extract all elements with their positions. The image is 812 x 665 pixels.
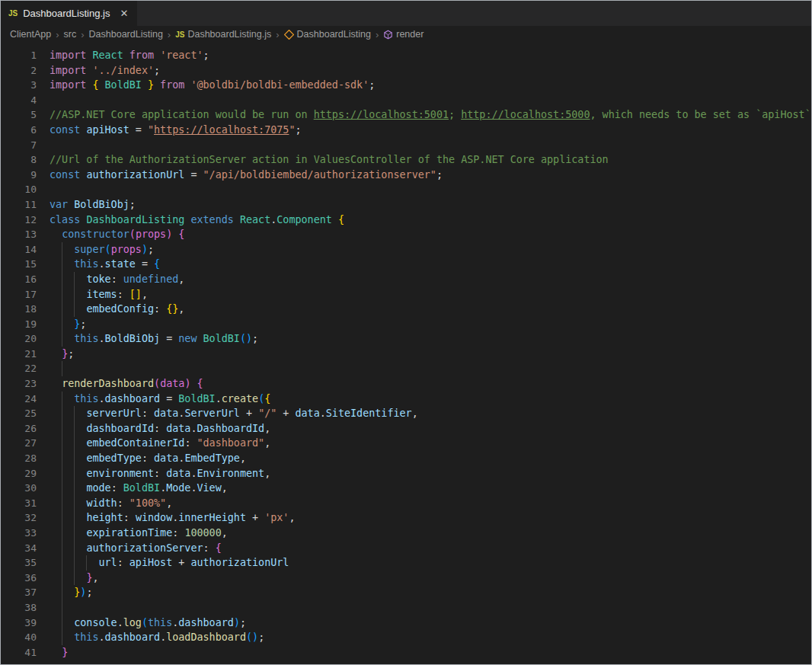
code-line[interactable]: 35 url: apiHost + authorizationUrl [1,555,811,571]
code-line[interactable]: 18 embedConfig: {}, [1,302,811,317]
line-number[interactable]: 13 [1,227,37,242]
code-line[interactable]: 40 this.dashboard.loadDashboard(); [1,630,811,645]
line-number[interactable]: 21 [1,347,37,362]
line-number[interactable]: 20 [1,331,37,347]
code-token: dashboard [178,617,234,628]
line-number[interactable]: 24 [1,392,37,407]
line-number[interactable]: 12 [1,213,37,228]
line-number[interactable]: 14 [1,242,37,257]
code-line[interactable]: 16 toke: undefined, [1,272,811,287]
line-number[interactable]: 5 [1,107,37,123]
code-line[interactable]: 21 }; [1,347,811,362]
code-line[interactable]: 23 renderDashboard(data) { [1,376,811,392]
line-number[interactable]: 25 [1,406,37,421]
line-number[interactable]: 3 [1,78,37,93]
code-line[interactable]: 37 }); [1,585,811,600]
code-line[interactable]: 15 this.state = { [1,257,811,272]
code-line[interactable]: 6const apiHost = "https://localhost:7075… [1,123,811,138]
code-line[interactable]: 4 [1,93,811,108]
line-number[interactable]: 37 [1,585,37,600]
line-number[interactable]: 6 [1,123,37,138]
line-number[interactable]: 26 [1,421,37,436]
line-number[interactable]: 29 [1,466,37,481]
code-line[interactable]: 22 [1,361,811,376]
line-number[interactable]: 17 [1,287,37,302]
line-number[interactable]: 23 [1,376,37,392]
line-number[interactable]: 40 [1,630,37,645]
breadcrumb-item-src[interactable]: src [64,29,77,40]
code-line[interactable]: 1import React from 'react'; [1,48,811,63]
code-line[interactable]: 2import '../index'; [1,63,811,78]
line-number[interactable]: 15 [1,257,37,272]
code-line[interactable]: 36 }, [1,571,811,586]
line-number[interactable]: 41 [1,645,37,660]
line-number[interactable]: 28 [1,451,37,466]
code-line[interactable]: 9const authorizationUrl = "/api/boldbiem… [1,168,811,183]
breadcrumb-item-clientapp[interactable]: ClientApp [10,29,51,40]
line-number[interactable]: 7 [1,138,37,153]
code-line[interactable]: 41 } [1,645,811,660]
code-line[interactable]: 3import { BoldBI } from '@boldbi/boldbi-… [1,78,811,93]
code-line[interactable]: 34 authorizationServer: { [1,541,811,556]
code-line[interactable]: 25 serverUrl: data.ServerUrl + "/" + dat… [1,406,811,421]
code-line[interactable]: 28 embedType: data.EmbedType, [1,451,811,466]
line-number[interactable]: 2 [1,63,37,78]
code-line[interactable]: 11var BoldBiObj; [1,197,811,213]
line-number[interactable]: 19 [1,317,37,332]
code-line[interactable]: 30 mode: BoldBI.Mode.View, [1,481,811,496]
line-number[interactable]: 9 [1,168,37,183]
line-number[interactable]: 22 [1,361,37,376]
tab-dashboardlisting[interactable]: JS DashboardListing.js ✕ [1,1,137,26]
breadcrumb-item-dashboardlisting-folder[interactable]: DashboardListing [89,29,163,40]
line-number[interactable]: 18 [1,302,37,317]
code-editor[interactable]: 1import React from 'react';2import '../i… [1,43,811,660]
line-number[interactable]: 1 [1,48,37,63]
line-number[interactable]: 11 [1,197,37,213]
code-token: : [154,468,166,479]
code-line[interactable]: 20 this.BoldBiObj = new BoldBI(); [1,331,811,347]
breadcrumb-item-render-method[interactable]: render [383,29,424,40]
line-number[interactable]: 39 [1,615,37,631]
code-line[interactable]: 8//Url of the AuthorizationServer action… [1,152,811,168]
close-icon[interactable]: ✕ [120,8,128,19]
line-number[interactable]: 10 [1,182,37,197]
code-line[interactable]: 26 dashboardId: data.DashboardId, [1,421,811,436]
code-line[interactable]: 7 [1,138,811,153]
code-line[interactable]: 39 console.log(this.dashboard); [1,615,811,631]
code-token: data [166,468,190,479]
line-number[interactable]: 16 [1,272,37,287]
line-number[interactable]: 33 [1,526,37,541]
code-line[interactable]: 14 super(props); [1,242,811,257]
code-token: View [197,482,222,494]
line-number[interactable]: 38 [1,600,37,615]
line-number[interactable]: 34 [1,541,37,556]
code-line[interactable]: 31 width: "100%", [1,496,811,511]
line-number[interactable]: 32 [1,510,37,526]
code-line[interactable]: 33 expirationTime: 100000, [1,526,811,541]
code-token: undefined [123,273,179,285]
line-number[interactable]: 8 [1,152,37,168]
javascript-file-icon: JS [175,30,184,39]
breadcrumb-item-dashboardlisting-file[interactable]: JS DashboardListing.js [175,29,271,40]
line-number[interactable]: 35 [1,555,37,571]
code-line[interactable]: 5//ASP.NET Core application would be run… [1,107,811,123]
code-line[interactable]: 13 constructor(props) { [1,227,811,242]
code-text: this.BoldBiObj = new BoldBI(); [50,331,258,347]
line-number[interactable]: 31 [1,496,37,511]
code-line[interactable]: 29 environment: data.Environment, [1,466,811,481]
code-token: ( [129,229,136,240]
breadcrumb-item-dashboardlisting-class[interactable]: DashboardListing [284,29,371,40]
code-line[interactable]: 24 this.dashboard = BoldBI.create({ [1,392,811,407]
code-line[interactable]: 12class DashboardListing extends React.C… [1,213,811,228]
line-number[interactable]: 27 [1,436,37,451]
code-line[interactable]: 17 items: [], [1,287,811,302]
breadcrumb-label: DashboardListing [297,29,371,40]
line-number[interactable]: 36 [1,571,37,586]
line-number[interactable]: 4 [1,93,37,108]
code-line[interactable]: 19 }; [1,317,811,332]
line-number[interactable]: 30 [1,481,37,496]
code-line[interactable]: 32 height: window.innerHeight + 'px', [1,510,811,526]
code-line[interactable]: 38 [1,600,811,615]
code-line[interactable]: 10 [1,182,811,197]
code-line[interactable]: 27 embedContainerId: "dashboard", [1,436,811,451]
